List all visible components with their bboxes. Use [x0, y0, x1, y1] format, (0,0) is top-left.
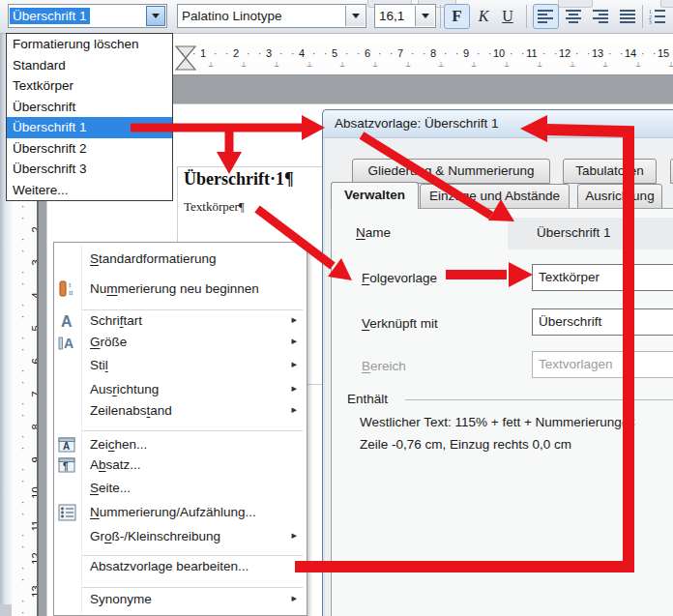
ruler-tab-tick: ⊥ [635, 61, 641, 69]
context-menu-item[interactable]: Synonyme▸ [54, 589, 307, 612]
ruler-dot: · [21, 267, 24, 278]
ruler-dot: · [21, 464, 24, 475]
ruler-dot: · [258, 48, 261, 59]
style-option[interactable]: Standard [7, 55, 172, 76]
font-name-combo[interactable]: Palatino Linotype [177, 4, 366, 28]
folgevorlage-field[interactable]: Textkörper [532, 264, 673, 291]
dialog-titlebar[interactable]: Absatzvorlage: Überschrift 1 [323, 110, 673, 138]
context-menu-item[interactable]: Nummerierung/Aufzählung... [54, 502, 307, 525]
ruler-dot: · [345, 48, 348, 59]
ruler-dot: · [444, 48, 447, 59]
style-option[interactable]: Formatierung löschen [7, 34, 172, 55]
ruler-number: 6 [360, 47, 375, 59]
paragraph-style-dropdown-button[interactable] [146, 6, 165, 26]
align-right-button[interactable] [588, 4, 613, 29]
ruler-number: 13 [590, 47, 605, 59]
contains-line: Westlicher Text: 115% + fett + Nummerier… [360, 415, 635, 429]
chevron-down-icon [422, 14, 429, 22]
submenu-arrow-icon: ▸ [291, 335, 297, 347]
context-menu-item[interactable]: ASchriftart▸ [54, 310, 307, 334]
align-justify-button[interactable] [615, 4, 640, 29]
ruler-dot: · [225, 48, 228, 59]
ruler-dot: · [21, 509, 24, 519]
ruler-tab-tick: ⊥ [307, 61, 312, 69]
context-menu-item[interactable]: Groß-/Kleinschreibung▸ [54, 526, 307, 549]
style-option[interactable]: Weitere... [7, 180, 172, 201]
align-center-button[interactable] [561, 4, 586, 29]
contains-line: Zeile -0,76 cm, Einzug rechts 0,0 cm [360, 437, 571, 452]
font-name-dropdown-button[interactable] [345, 6, 365, 26]
style-option[interactable]: Überschrift [7, 97, 172, 118]
tab-einzuege-abstaende[interactable]: Einzüge und Abstände [420, 184, 570, 209]
bold-button[interactable]: F [444, 4, 470, 29]
tab-gliederung-nummerierung[interactable]: Gliederung & Nummerierung [352, 159, 550, 184]
context-menu-item[interactable]: Stil▸ [54, 355, 307, 378]
ruler-number: 10 [491, 47, 507, 59]
ruler-dot: · [587, 48, 590, 59]
ruler-dot: · [21, 300, 24, 310]
context-menu-separator [82, 430, 303, 431]
style-option[interactable]: Textkörper [7, 75, 172, 97]
submenu-arrow-icon: ▸ [291, 358, 297, 370]
formatting-toolbar: Überschrift 1 Palatino Linotype 16,1 F K… [0, 0, 673, 34]
context-menu-item[interactable]: Seite... [54, 478, 307, 501]
ruler-tab-tick: ⊥ [241, 61, 247, 69]
folgevorlage-label: Folgevorlage [362, 271, 437, 285]
tab-ausrichtung[interactable]: Ausrichtung [577, 184, 662, 209]
verknuepft-mit-field[interactable]: Überschrift [532, 308, 673, 336]
name-value[interactable]: Überschrift 1 [508, 218, 673, 249]
document-body-text[interactable]: Textkörper¶ [184, 199, 245, 215]
ruler-number: 14 [623, 47, 638, 59]
paragraph-style-value: Überschrift 1 [10, 8, 90, 24]
ruler-dot: · [477, 48, 480, 59]
paragraph-style-combo[interactable]: Überschrift 1 [8, 4, 167, 28]
ruler-dot: · [357, 48, 360, 59]
tab-tabulatoren[interactable]: Tabulatoren [563, 159, 657, 184]
font-size-value: 16,1 [379, 9, 404, 23]
svg-text:¶: ¶ [63, 461, 69, 472]
context-menu-item[interactable]: Absatzvorlage bearbeiten... [54, 556, 307, 579]
ruler-dot: · [21, 410, 24, 421]
context-menu-item[interactable]: Zeilenabstand▸ [54, 400, 307, 424]
italic-button[interactable]: K [472, 4, 495, 29]
ruler-number: 9 [458, 47, 474, 59]
submenu-arrow-icon: ▸ [291, 313, 297, 326]
ruler-dot: · [21, 542, 24, 552]
context-menu-item[interactable]: Standardformatierung [54, 249, 307, 272]
ruler-tab-tick: ⊥ [405, 61, 411, 69]
context-menu-item[interactable]: AGröße▸ [54, 332, 307, 355]
bereich-field[interactable]: Textvorlagen [532, 351, 673, 378]
submenu-arrow-icon: ▸ [291, 382, 297, 395]
ruler-dot: · [324, 48, 327, 59]
enthaelt-group-label: Enthält [347, 392, 388, 406]
submenu-arrow-icon: ▸ [291, 403, 297, 416]
ruler-dot: · [21, 333, 24, 343]
style-option[interactable]: Überschrift 1 [7, 117, 172, 138]
toolbar-separator [526, 5, 527, 28]
svg-text:II: II [69, 289, 73, 296]
enthaelt-group-rule [405, 399, 673, 400]
ruler-dot: · [653, 48, 656, 59]
context-menu-item[interactable]: Ausrichtung▸ [54, 379, 307, 402]
context-menu-item[interactable]: IIINummerierung neu beginnen [54, 279, 307, 302]
ruler-dot: · [279, 48, 282, 59]
ruler-dot: · [641, 48, 644, 59]
context-menu-item[interactable]: ¶Absatz... [54, 455, 307, 478]
character-dialog-icon: A [58, 436, 77, 454]
ruler-number: 8 [425, 47, 441, 59]
ruler-dot: · [575, 48, 578, 59]
font-size-combo[interactable]: 16,1 [374, 4, 436, 28]
ruler-dot: · [608, 48, 611, 59]
ruler-dot: · [21, 311, 24, 322]
tab-verwalten[interactable]: Verwalten [331, 182, 419, 209]
numbered-list-button[interactable]: 123 [646, 4, 669, 29]
align-left-button[interactable] [533, 4, 559, 29]
ruler-dot: · [181, 48, 184, 59]
underline-button[interactable]: U [496, 4, 519, 29]
style-option[interactable]: Überschrift 2 [7, 138, 172, 160]
style-option[interactable]: Überschrift 3 [7, 159, 172, 180]
document-heading-text[interactable]: Überschrift·1¶ [184, 169, 294, 190]
ruler-dot: · [455, 48, 458, 59]
font-size-dropdown-button[interactable] [415, 6, 434, 26]
chevron-down-icon [152, 14, 160, 22]
